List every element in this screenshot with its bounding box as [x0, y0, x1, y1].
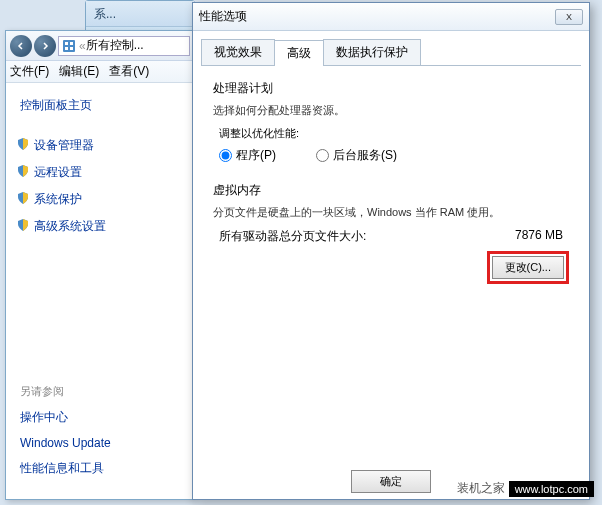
- radio-services-input[interactable]: [316, 149, 329, 162]
- vm-title: 虚拟内存: [213, 182, 569, 199]
- svg-rect-0: [63, 40, 75, 52]
- radio-label: 程序(P): [236, 147, 276, 164]
- sched-subtitle: 调整以优化性能:: [219, 126, 569, 141]
- control-panel-icon: [62, 39, 76, 53]
- sidebar: 控制面板主页 设备管理器 远程设置 系统保护 高级系统设置 另请参阅 操作中心 …: [6, 83, 194, 491]
- sidebar-item-label: 远程设置: [34, 165, 82, 179]
- arrow-left-icon: [17, 42, 25, 50]
- breadcrumb[interactable]: « 所有控制...: [58, 36, 190, 56]
- vm-size-row: 所有驱动器总分页文件大小: 7876 MB: [219, 228, 563, 245]
- ok-button[interactable]: 确定: [351, 470, 431, 493]
- sidebar-home[interactable]: 控制面板主页: [6, 93, 194, 118]
- svg-rect-4: [70, 47, 73, 50]
- change-button[interactable]: 更改(C)...: [492, 256, 564, 279]
- explorer-window: « 所有控制... 文件(F) 编辑(E) 查看(V) 控制面板主页 设备管理器…: [5, 30, 195, 500]
- shield-icon: [16, 218, 30, 232]
- link-action-center[interactable]: 操作中心: [6, 403, 194, 430]
- sidebar-item-remote[interactable]: 远程设置: [6, 159, 194, 186]
- arrow-right-icon: [41, 42, 49, 50]
- tab-visual-effects[interactable]: 视觉效果: [201, 39, 275, 65]
- menu-edit[interactable]: 编辑(E): [59, 63, 99, 80]
- sidebar-item-label: 高级系统设置: [34, 219, 106, 233]
- sched-radios: 程序(P) 后台服务(S): [219, 147, 569, 164]
- breadcrumb-text: 所有控制...: [86, 37, 144, 54]
- vm-size-label: 所有驱动器总分页文件大小:: [219, 228, 366, 245]
- sched-desc: 选择如何分配处理器资源。: [213, 103, 569, 118]
- scheduling-group: 处理器计划 选择如何分配处理器资源。 调整以优化性能: 程序(P) 后台服务(S…: [213, 80, 569, 164]
- menu-file[interactable]: 文件(F): [10, 63, 49, 80]
- radio-services[interactable]: 后台服务(S): [316, 147, 397, 164]
- link-perf-info[interactable]: 性能信息和工具: [6, 454, 194, 481]
- nav-bar: « 所有控制...: [6, 31, 194, 61]
- vm-desc: 分页文件是硬盘上的一块区域，Windows 当作 RAM 使用。: [213, 205, 569, 220]
- title-bar: 性能选项 X: [193, 3, 589, 31]
- highlight-box: 更改(C)...: [487, 251, 569, 284]
- tab-pane: 处理器计划 选择如何分配处理器资源。 调整以优化性能: 程序(P) 后台服务(S…: [193, 66, 589, 316]
- shield-icon: [16, 191, 30, 205]
- tab-strip: 视觉效果 高级 数据执行保护: [201, 39, 581, 66]
- performance-options-dialog: 性能选项 X 视觉效果 高级 数据执行保护 处理器计划 选择如何分配处理器资源。…: [192, 2, 590, 500]
- close-button[interactable]: X: [555, 9, 583, 25]
- svg-rect-2: [70, 42, 73, 45]
- sched-title: 处理器计划: [213, 80, 569, 97]
- sidebar-item-advanced[interactable]: 高级系统设置: [6, 213, 194, 240]
- tab-advanced[interactable]: 高级: [274, 40, 324, 66]
- svg-rect-3: [65, 47, 68, 50]
- forward-button[interactable]: [34, 35, 56, 57]
- vm-size-value: 7876 MB: [515, 228, 563, 245]
- dialog-title: 性能选项: [199, 8, 247, 25]
- menu-view[interactable]: 查看(V): [109, 63, 149, 80]
- radio-programs-input[interactable]: [219, 149, 232, 162]
- radio-label: 后台服务(S): [333, 147, 397, 164]
- sidebar-item-device-manager[interactable]: 设备管理器: [6, 132, 194, 159]
- sidebar-item-label: 系统保护: [34, 192, 82, 206]
- watermark: 装机之家 www.lotpc.com: [457, 480, 594, 497]
- shield-icon: [16, 137, 30, 151]
- shield-icon: [16, 164, 30, 178]
- vm-group: 虚拟内存 分页文件是硬盘上的一块区域，Windows 当作 RAM 使用。 所有…: [213, 182, 569, 284]
- window-controls: X: [555, 9, 583, 25]
- sidebar-item-protection[interactable]: 系统保护: [6, 186, 194, 213]
- sidebar-item-label: 设备管理器: [34, 138, 94, 152]
- bg-title: 系...: [86, 1, 194, 27]
- tab-dep[interactable]: 数据执行保护: [323, 39, 421, 65]
- radio-programs[interactable]: 程序(P): [219, 147, 276, 164]
- link-windows-update[interactable]: Windows Update: [6, 430, 194, 454]
- see-also-header: 另请参阅: [6, 380, 194, 403]
- back-button[interactable]: [10, 35, 32, 57]
- watermark-url: www.lotpc.com: [509, 481, 594, 497]
- menu-bar: 文件(F) 编辑(E) 查看(V): [6, 61, 194, 83]
- svg-rect-1: [65, 42, 68, 45]
- watermark-text: 装机之家: [457, 480, 505, 497]
